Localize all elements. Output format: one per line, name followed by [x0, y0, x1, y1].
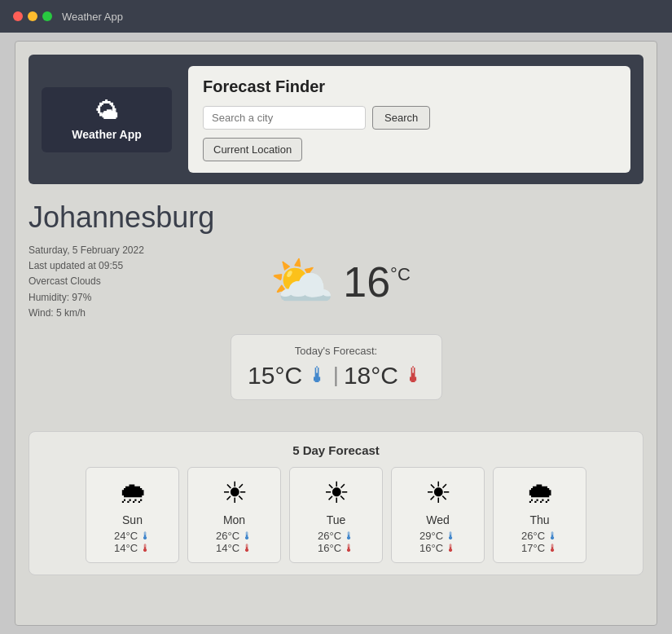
day-high-1: 26°C 🌡 — [198, 530, 270, 542]
day-high-0: 24°C 🌡 — [96, 530, 169, 542]
logo-label: Weather App — [72, 128, 142, 141]
forecast-day: 🌧 Thu 26°C 🌡 17°C 🌡 — [493, 467, 586, 563]
minimize-dot — [28, 11, 37, 21]
weather-humidity: Humidity: 97% — [29, 290, 234, 306]
search-row: Search — [203, 106, 616, 130]
forecast-day: 🌧 Sun 24°C 🌡 14°C 🌡 — [86, 467, 179, 563]
forecast-day: ☀ Wed 29°C 🌡 16°C 🌡 — [391, 467, 485, 563]
day-name-0: Sun — [96, 513, 169, 526]
search-button[interactable]: Search — [372, 106, 430, 130]
current-location-button[interactable]: Current Location — [203, 138, 302, 161]
city-section: Johannesburg — [29, 200, 643, 235]
today-label: Today's Forecast: — [248, 345, 425, 357]
weather-last-updated: Last updated at 09:55 — [29, 258, 234, 274]
today-forecast-wrapper: Today's Forecast: 15°C 🌡 | 18°C 🌡 — [29, 334, 643, 416]
weather-details: Saturday, 5 February 2022 Last updated a… — [29, 243, 234, 321]
logo-icon: 🌤 — [95, 98, 118, 125]
today-forecast-box: Today's Forecast: 15°C 🌡 | 18°C 🌡 — [231, 334, 442, 400]
temp-value-wrap: 16 °C — [343, 258, 411, 306]
today-low: 15°C — [248, 362, 302, 390]
today-high: 18°C — [344, 362, 398, 390]
forecast-days: 🌧 Sun 24°C 🌡 14°C 🌡 ☀ Mon 26°C 🌡 14°C 🌡 … — [41, 467, 631, 563]
day-name-4: Thu — [503, 513, 576, 526]
main-window: 🌤 Weather App Forecast Finder Search Cur… — [15, 41, 657, 626]
day-icon-4: 🌧 — [503, 476, 576, 510]
day-icon-1: ☀ — [198, 476, 270, 510]
forecast-finder-box: Forecast Finder Search Current Location — [188, 66, 630, 173]
header-panel: 🌤 Weather App Forecast Finder Search Cur… — [29, 55, 643, 184]
forecast-day: ☀ Tue 26°C 🌡 16°C 🌡 — [289, 467, 383, 563]
weather-condition: Overcast Clouds — [29, 274, 234, 289]
search-input[interactable] — [203, 106, 366, 130]
weather-info-row: Saturday, 5 February 2022 Last updated a… — [29, 243, 643, 321]
today-temps: 15°C 🌡 | 18°C 🌡 — [248, 362, 425, 390]
close-dot — [13, 11, 23, 21]
five-day-title: 5 Day Forecast — [41, 443, 631, 457]
current-temp-unit: °C — [390, 264, 411, 285]
day-name-2: Tue — [300, 513, 372, 526]
day-icon-2: ☀ — [300, 476, 372, 510]
title-bar: Weather App — [0, 0, 672, 33]
weather-wind: Wind: 5 km/h — [29, 306, 234, 321]
day-name-1: Mon — [198, 513, 270, 526]
day-low-3: 16°C 🌡 — [402, 542, 474, 554]
current-temp: 16 — [343, 258, 390, 306]
day-high-2: 26°C 🌡 — [300, 530, 372, 542]
forecast-day: ☀ Mon 26°C 🌡 14°C 🌡 — [187, 467, 281, 563]
day-low-1: 14°C 🌡 — [198, 542, 270, 554]
day-low-4: 17°C 🌡 — [503, 542, 576, 554]
day-high-3: 29°C 🌡 — [402, 530, 474, 542]
city-name: Johannesburg — [29, 200, 643, 235]
day-icon-0: 🌧 — [96, 476, 169, 510]
today-low-therm: 🌡 — [307, 363, 328, 388]
window-controls — [13, 11, 52, 21]
day-low-2: 16°C 🌡 — [300, 542, 372, 554]
weather-date: Saturday, 5 February 2022 — [29, 243, 234, 258]
today-divider: | — [333, 363, 339, 388]
maximize-dot — [42, 11, 52, 21]
five-day-box: 5 Day Forecast 🌧 Sun 24°C 🌡 14°C 🌡 ☀ Mon… — [29, 431, 643, 575]
day-name-3: Wed — [402, 513, 474, 526]
forecast-finder-title: Forecast Finder — [203, 77, 616, 96]
today-high-therm: 🌡 — [403, 363, 424, 388]
day-icon-3: ☀ — [402, 476, 474, 510]
current-weather-icon: ⛅ — [270, 251, 335, 312]
app-title: Weather App — [62, 11, 123, 23]
day-low-0: 14°C 🌡 — [96, 542, 169, 554]
current-temp-display: ⛅ 16 °C — [234, 251, 439, 312]
day-high-4: 26°C 🌡 — [503, 530, 576, 542]
logo-box: 🌤 Weather App — [42, 87, 172, 152]
